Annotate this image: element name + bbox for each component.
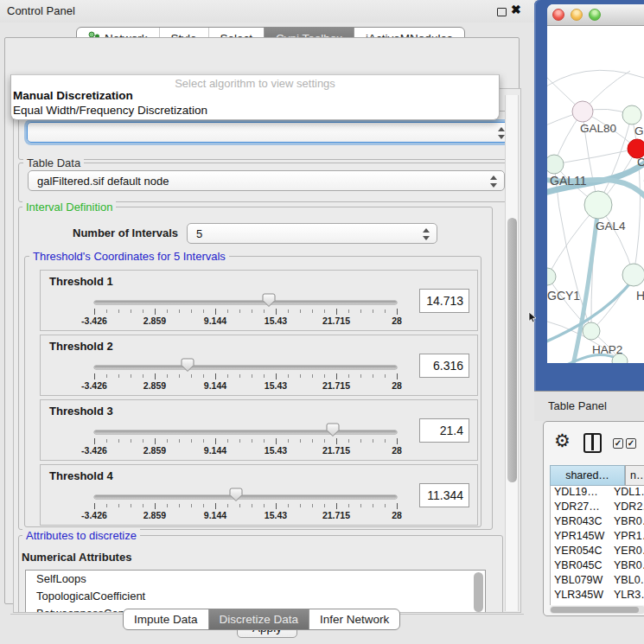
cell-name[interactable]: YPR1… bbox=[614, 530, 644, 545]
interval-group-title: Interval Definition bbox=[22, 201, 116, 214]
cell-name[interactable]: YER0… bbox=[614, 545, 644, 559]
cell-shared-name[interactable]: YDL19… bbox=[551, 486, 614, 501]
cell-name[interactable]: YBR0… bbox=[614, 559, 644, 574]
slider-scale: -3.4262.8599.14415.4321.71528 bbox=[94, 510, 397, 520]
table-row[interactable]: YER054C YER0… bbox=[551, 545, 644, 559]
node-gal11[interactable] bbox=[547, 155, 564, 174]
table-row[interactable]: YIL052C YIL0… bbox=[551, 603, 644, 605]
slider-thumb[interactable] bbox=[262, 293, 276, 308]
threshold-2-slider[interactable] bbox=[94, 366, 397, 369]
popup-item-manual-discretization[interactable]: Manual Discretization bbox=[13, 89, 133, 102]
node-gal4[interactable] bbox=[584, 191, 612, 219]
node-table-card: ⚙ ✓ ✓ shared… n… YDL19… YDL1… YDR27… YDR… bbox=[543, 421, 644, 616]
threshold-1-value-field[interactable]: 14.713 bbox=[419, 289, 469, 313]
minimize-traffic-light-icon[interactable] bbox=[571, 9, 583, 21]
threshold-coords-groupbox: Threshold's Coordinates for 5 Intervals … bbox=[24, 256, 481, 527]
cell-shared-name[interactable]: YBL079W bbox=[551, 574, 614, 589]
tick-label: -3.426 bbox=[81, 510, 107, 520]
threshold-2-label: Threshold 2 bbox=[49, 340, 113, 353]
tick-label: 2.859 bbox=[143, 510, 166, 520]
settings-vertical-scrollbar[interactable] bbox=[505, 95, 519, 611]
slider-scale: -3.4262.8599.14415.4321.71528 bbox=[94, 380, 397, 391]
cell-name[interactable]: YBR0… bbox=[614, 515, 644, 530]
node-hap2[interactable] bbox=[583, 322, 600, 340]
tick-label: 28 bbox=[392, 316, 402, 326]
table-row[interactable]: YBR045C YBR0… bbox=[551, 559, 644, 574]
node-gal80[interactable] bbox=[572, 101, 593, 122]
num-intervals-combobox[interactable]: 5 bbox=[187, 223, 437, 244]
algorithm-dropdown-popup: Select algorithm to view settings Manual… bbox=[10, 74, 500, 120]
tick-label: 15.43 bbox=[265, 380, 287, 391]
gear-icon[interactable]: ⚙ bbox=[554, 431, 571, 450]
combo-arrows-icon bbox=[498, 126, 505, 140]
cell-name[interactable]: YIL0… bbox=[614, 603, 644, 605]
table-row[interactable]: YDR27… YDR2… bbox=[551, 501, 644, 515]
table-row[interactable]: YDL19… YDL1… bbox=[551, 486, 644, 501]
tick-label: 28 bbox=[392, 445, 402, 456]
table-data-combobox[interactable]: galFiltered.sif default node bbox=[28, 170, 505, 191]
cell-name[interactable]: YDL1… bbox=[614, 486, 644, 501]
slider-thumb[interactable] bbox=[326, 423, 340, 437]
table-horizontal-scrollbar[interactable] bbox=[550, 606, 644, 614]
scrollbar-thumb[interactable] bbox=[551, 607, 639, 613]
threshold-2-value-field[interactable]: 6.316 bbox=[419, 354, 469, 378]
cell-shared-name[interactable]: YIL052C bbox=[551, 603, 614, 605]
network-canvas[interactable]: GAL80 G. C GAL11 GAL4 GCY1 H HAP2 bbox=[547, 26, 644, 363]
threshold-3-value-field[interactable]: 21.4 bbox=[419, 418, 469, 443]
attribute-item[interactable]: TopologicalCoefficient bbox=[26, 588, 485, 605]
threshold-4-value-field[interactable]: 11.344 bbox=[419, 483, 469, 507]
tab-discretize-data[interactable]: Discretize Data bbox=[208, 609, 309, 629]
table-row[interactable]: YPR145W YPR1… bbox=[551, 530, 644, 545]
checkbox-icon[interactable]: ✓ bbox=[626, 438, 636, 449]
node-top-right[interactable] bbox=[622, 105, 641, 124]
tick-label: 21.715 bbox=[322, 510, 350, 520]
node-label-gcy1: GCY1 bbox=[547, 289, 580, 303]
cell-name[interactable]: YLR3… bbox=[614, 589, 644, 603]
float-window-icon[interactable] bbox=[497, 8, 507, 16]
tab-infer-network[interactable]: Infer Network bbox=[309, 609, 399, 629]
slider-major-ticks bbox=[94, 503, 398, 509]
node-h[interactable] bbox=[622, 264, 644, 286]
column-header-shared-name[interactable]: shared… bbox=[550, 465, 625, 486]
attributes-list-scrollbar[interactable] bbox=[474, 572, 483, 612]
close-icon[interactable]: ✖ bbox=[511, 3, 521, 16]
tick-label: 9.144 bbox=[204, 380, 226, 391]
node-gcy1[interactable] bbox=[547, 268, 556, 285]
threshold-4-slider[interactable] bbox=[94, 495, 397, 499]
cell-shared-name[interactable]: YBR043C bbox=[551, 515, 614, 530]
tab-impute-data[interactable]: Impute Data bbox=[124, 609, 208, 629]
screen: Control Panel ✖ Network Style Select Cyn… bbox=[0, 0, 644, 644]
threshold-3-slider[interactable] bbox=[94, 430, 397, 434]
table-row[interactable]: YBR043C YBR0… bbox=[551, 515, 644, 530]
cell-name[interactable]: YDR2… bbox=[614, 501, 644, 515]
attribute-item[interactable]: SelfLoops bbox=[26, 571, 485, 588]
threshold-1-label: Threshold 1 bbox=[49, 275, 113, 288]
combo-arrows-icon bbox=[490, 175, 497, 188]
threshold-panel-1: Threshold 1 -3.4262.8599.14415.4321.7152… bbox=[40, 270, 478, 331]
zoom-traffic-light-icon[interactable] bbox=[589, 9, 601, 21]
numerical-attributes-list[interactable]: SelfLoopsTopologicalCoefficientBetweenne… bbox=[25, 570, 486, 613]
node-label-c-cut: C bbox=[637, 156, 644, 169]
cell-shared-name[interactable]: YLR345W bbox=[551, 589, 614, 603]
cell-shared-name[interactable]: YPR145W bbox=[551, 530, 614, 545]
algorithm-combobox[interactable] bbox=[27, 122, 513, 143]
table-body[interactable]: YDL19… YDL1… YDR27… YDR2… YBR043C YBR0… … bbox=[550, 486, 644, 605]
threshold-panel-3: Threshold 3 -3.4262.8599.14415.4321.7152… bbox=[40, 399, 478, 461]
close-traffic-light-icon[interactable] bbox=[552, 9, 564, 21]
table-row[interactable]: YBL079W YBL0… bbox=[551, 574, 644, 589]
network-window-titlebar[interactable] bbox=[547, 4, 644, 26]
cell-shared-name[interactable]: YER054C bbox=[551, 545, 614, 559]
slider-thumb[interactable] bbox=[229, 488, 243, 502]
cell-name[interactable]: YBL0… bbox=[614, 574, 644, 589]
column-header-name[interactable]: n… bbox=[625, 465, 644, 486]
network-graph: GAL80 G. C GAL11 GAL4 GCY1 H HAP2 bbox=[547, 26, 644, 363]
cell-shared-name[interactable]: YBR045C bbox=[551, 559, 614, 574]
table-row[interactable]: YLR345W YLR3… bbox=[551, 589, 644, 603]
scrollbar-thumb[interactable] bbox=[507, 218, 517, 482]
cell-shared-name[interactable]: YDR27… bbox=[551, 501, 614, 515]
threshold-1-slider[interactable] bbox=[94, 301, 397, 304]
column-layout-icon[interactable] bbox=[583, 433, 602, 453]
slider-thumb[interactable] bbox=[181, 358, 194, 373]
checkbox-icon[interactable]: ✓ bbox=[613, 438, 623, 449]
popup-item-equal-width-frequency[interactable]: Equal Width/Frequency Discretization bbox=[13, 104, 207, 117]
